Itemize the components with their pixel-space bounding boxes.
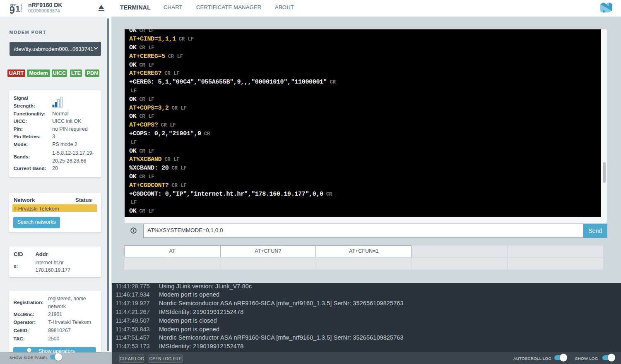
svg-text:9: 9 bbox=[10, 4, 15, 14]
svg-text:SERIES: SERIES bbox=[20, 3, 22, 12]
svg-text:1: 1 bbox=[15, 4, 20, 13]
